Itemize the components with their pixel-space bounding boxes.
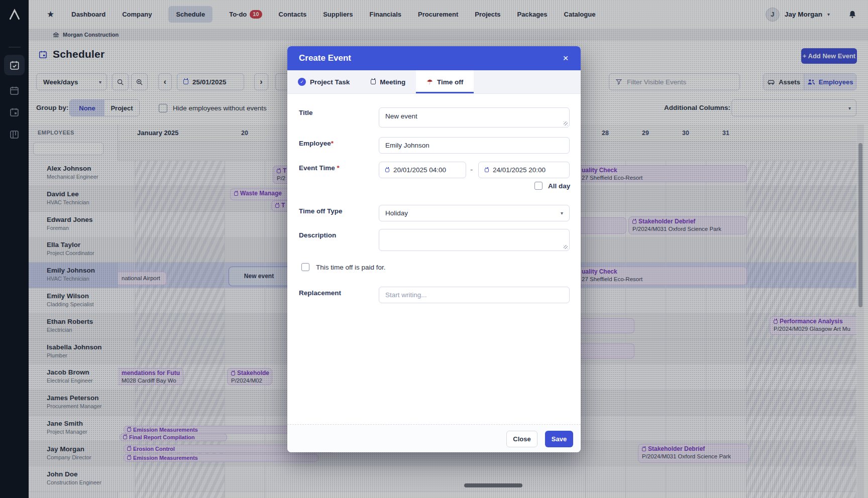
tab-meeting-label: Meeting: [380, 78, 405, 86]
modal-tabs: ✓ Project Task Meeting ☂ Time off: [287, 70, 581, 94]
all-day-label: All day: [548, 182, 570, 190]
tab-project-task[interactable]: ✓ Project Task: [287, 70, 360, 93]
close-icon[interactable]: ×: [559, 51, 573, 65]
check-circle-icon: ✓: [298, 78, 306, 86]
date-range-separator: -: [470, 165, 473, 174]
umbrella-icon: ☂: [426, 78, 433, 85]
calendar-icon: [385, 168, 389, 172]
end-datetime-input[interactable]: 24/01/2025 20:00: [478, 162, 570, 178]
save-button[interactable]: Save: [545, 431, 573, 447]
replacement-label: Replacement: [299, 289, 341, 297]
tab-time-off[interactable]: ☂ Time off: [416, 70, 474, 93]
calendar-icon: [371, 79, 376, 84]
tab-project-task-label: Project Task: [310, 78, 350, 86]
calendar-icon: [485, 168, 489, 172]
description-label: Description: [299, 231, 336, 239]
title-label: Title: [299, 109, 313, 116]
paid-time-off-label: This time off is paid for.: [316, 264, 386, 271]
create-event-modal: Create Event × ✓ Project Task Meeting ☂ …: [287, 46, 581, 452]
replacement-input[interactable]: Start writing...: [379, 287, 570, 303]
event-time-label: Event Time *: [299, 164, 340, 172]
modal-title: Create Event: [299, 53, 351, 63]
resize-handle-icon[interactable]: [564, 245, 568, 249]
chevron-down-icon: ▾: [561, 210, 563, 216]
close-button[interactable]: Close: [506, 431, 537, 447]
tab-meeting[interactable]: Meeting: [360, 70, 416, 93]
scheduler-page: ★ Dashboard Company Schedule To-do 10 Co…: [0, 0, 868, 498]
description-textarea[interactable]: [379, 229, 570, 251]
all-day-checkbox[interactable]: [534, 182, 542, 190]
time-off-type-label: Time off Type: [299, 207, 343, 215]
employee-input[interactable]: Emily Johnson: [379, 137, 570, 154]
employee-label: Employee*: [299, 140, 334, 147]
resize-handle-icon[interactable]: [564, 121, 568, 126]
start-datetime-input[interactable]: 20/01/2025 04:00: [379, 162, 466, 178]
paid-time-off-checkbox[interactable]: [301, 263, 309, 271]
time-off-type-select[interactable]: Holiday ▾: [379, 205, 570, 221]
title-input[interactable]: New event: [379, 107, 570, 128]
tab-time-off-label: Time off: [437, 78, 463, 86]
modal-footer: Close Save: [287, 424, 581, 452]
modal-header: Create Event ×: [287, 46, 581, 70]
